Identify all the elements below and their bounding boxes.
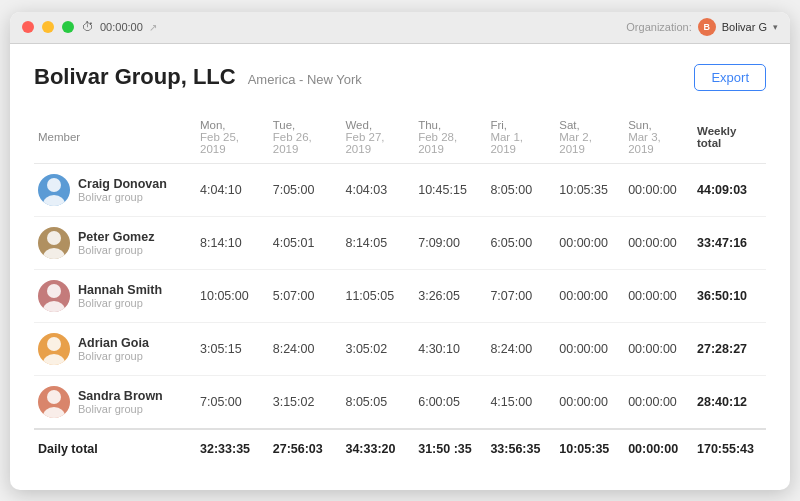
svg-point-2	[47, 231, 61, 245]
cell-mon-3: 3:05:15	[194, 322, 267, 375]
col-thu: Thu,Feb 28, 2019	[412, 111, 484, 164]
timer-icon: ⏱	[82, 20, 94, 34]
cell-mon-1: 8:14:10	[194, 216, 267, 269]
timer-arrow: ↗	[149, 22, 157, 33]
svg-point-5	[43, 301, 65, 312]
cell-mon-4: 7:05:00	[194, 375, 267, 429]
cell-sun-3: 00:00:00	[622, 322, 691, 375]
daily-total-wed: 34:33:20	[339, 429, 412, 468]
cell-thu-1: 7:09:00	[412, 216, 484, 269]
cell-fri-2: 7:07:00	[484, 269, 553, 322]
cell-thu-4: 6:00:05	[412, 375, 484, 429]
cell-wed-3: 3:05:02	[339, 322, 412, 375]
svg-point-7	[43, 354, 65, 365]
export-button[interactable]: Export	[694, 64, 766, 91]
cell-thu-0: 10:45:15	[412, 163, 484, 216]
member-name-1: Peter Gomez	[78, 230, 154, 244]
cell-fri-1: 6:05:00	[484, 216, 553, 269]
avatar-4	[38, 386, 70, 418]
main-content: Bolivar Group, LLC America - New York Ex…	[10, 44, 790, 490]
app-window: ⏱ 00:00:00 ↗ Organization: B Bolivar G ▾…	[10, 12, 790, 490]
cell-tue-4: 3:15:02	[267, 375, 340, 429]
col-tue: Tue,Feb 26, 2019	[267, 111, 340, 164]
avatar-1	[38, 227, 70, 259]
daily-total-sun: 00:00:00	[622, 429, 691, 468]
cell-fri-4: 4:15:00	[484, 375, 553, 429]
cell-mon-2: 10:05:00	[194, 269, 267, 322]
cell-sun-2: 00:00:00	[622, 269, 691, 322]
cell-tue-1: 4:05:01	[267, 216, 340, 269]
table-row: Sandra Brown Bolivar group 7:05:00 3:15:…	[34, 375, 766, 429]
col-sun: Sun,Mar 3, 2019	[622, 111, 691, 164]
cell-sat-3: 00:00:00	[553, 322, 622, 375]
member-cell-0: Craig Donovan Bolivar group	[34, 163, 194, 216]
cell-wed-0: 4:04:03	[339, 163, 412, 216]
cell-weekly-2: 36:50:10	[691, 269, 766, 322]
table-row: Peter Gomez Bolivar group 8:14:10 4:05:0…	[34, 216, 766, 269]
cell-sun-1: 00:00:00	[622, 216, 691, 269]
member-cell-3: Adrian Goia Bolivar group	[34, 322, 194, 375]
org-chevron-icon[interactable]: ▾	[773, 22, 778, 32]
svg-point-3	[43, 248, 65, 259]
member-info-4: Sandra Brown Bolivar group	[78, 389, 163, 415]
cell-wed-2: 11:05:05	[339, 269, 412, 322]
daily-total-fri: 33:56:35	[484, 429, 553, 468]
cell-weekly-1: 33:47:16	[691, 216, 766, 269]
svg-point-0	[47, 178, 61, 192]
cell-wed-4: 8:05:05	[339, 375, 412, 429]
cell-sun-4: 00:00:00	[622, 375, 691, 429]
maximize-button[interactable]	[62, 21, 74, 33]
timer-display: 00:00:00	[100, 21, 143, 33]
page-title: Bolivar Group, LLC	[34, 64, 236, 90]
cell-fri-3: 8:24:00	[484, 322, 553, 375]
avatar-3	[38, 333, 70, 365]
member-group-4: Bolivar group	[78, 403, 163, 415]
cell-sat-1: 00:00:00	[553, 216, 622, 269]
svg-point-1	[43, 195, 65, 206]
table-header-row: Member Mon,Feb 25, 2019 Tue,Feb 26, 2019…	[34, 111, 766, 164]
close-button[interactable]	[22, 21, 34, 33]
member-group-2: Bolivar group	[78, 297, 162, 309]
cell-sun-0: 00:00:00	[622, 163, 691, 216]
member-group-1: Bolivar group	[78, 244, 154, 256]
daily-total-label: Daily total	[34, 429, 194, 468]
page-subtitle: America - New York	[248, 72, 362, 87]
col-fri: Fri,Mar 1, 2019	[484, 111, 553, 164]
member-info-2: Hannah Smith Bolivar group	[78, 283, 162, 309]
daily-total-mon: 32:33:35	[194, 429, 267, 468]
member-name-3: Adrian Goia	[78, 336, 149, 350]
member-name-0: Craig Donovan	[78, 177, 167, 191]
col-mon: Mon,Feb 25, 2019	[194, 111, 267, 164]
page-title-area: Bolivar Group, LLC America - New York	[34, 64, 362, 90]
cell-sat-2: 00:00:00	[553, 269, 622, 322]
cell-thu-2: 3:26:05	[412, 269, 484, 322]
member-cell-2: Hannah Smith Bolivar group	[34, 269, 194, 322]
cell-weekly-3: 27:28:27	[691, 322, 766, 375]
member-info-1: Peter Gomez Bolivar group	[78, 230, 154, 256]
avatar-0	[38, 174, 70, 206]
member-cell-4: Sandra Brown Bolivar group	[34, 375, 194, 429]
member-info-0: Craig Donovan Bolivar group	[78, 177, 167, 203]
col-wed: Wed,Feb 27, 2019	[339, 111, 412, 164]
member-group-0: Bolivar group	[78, 191, 167, 203]
timesheet-table: Member Mon,Feb 25, 2019 Tue,Feb 26, 2019…	[34, 111, 766, 468]
cell-wed-1: 8:14:05	[339, 216, 412, 269]
cell-tue-2: 5:07:00	[267, 269, 340, 322]
org-avatar: B	[698, 18, 716, 36]
cell-fri-0: 8:05:00	[484, 163, 553, 216]
member-cell-1: Peter Gomez Bolivar group	[34, 216, 194, 269]
titlebar-right: Organization: B Bolivar G ▾	[626, 18, 778, 36]
minimize-button[interactable]	[42, 21, 54, 33]
col-sat: Sat,Mar 2, 2019	[553, 111, 622, 164]
daily-total-row: Daily total 32:33:35 27:56:03 34:33:20 3…	[34, 429, 766, 468]
titlebar: ⏱ 00:00:00 ↗ Organization: B Bolivar G ▾	[10, 12, 790, 44]
avatar-2	[38, 280, 70, 312]
cell-sat-0: 10:05:35	[553, 163, 622, 216]
org-name: Bolivar G	[722, 21, 767, 33]
member-name-2: Hannah Smith	[78, 283, 162, 297]
col-member: Member	[34, 111, 194, 164]
member-info-3: Adrian Goia Bolivar group	[78, 336, 149, 362]
cell-weekly-0: 44:09:03	[691, 163, 766, 216]
org-label: Organization:	[626, 21, 691, 33]
daily-total-tue: 27:56:03	[267, 429, 340, 468]
